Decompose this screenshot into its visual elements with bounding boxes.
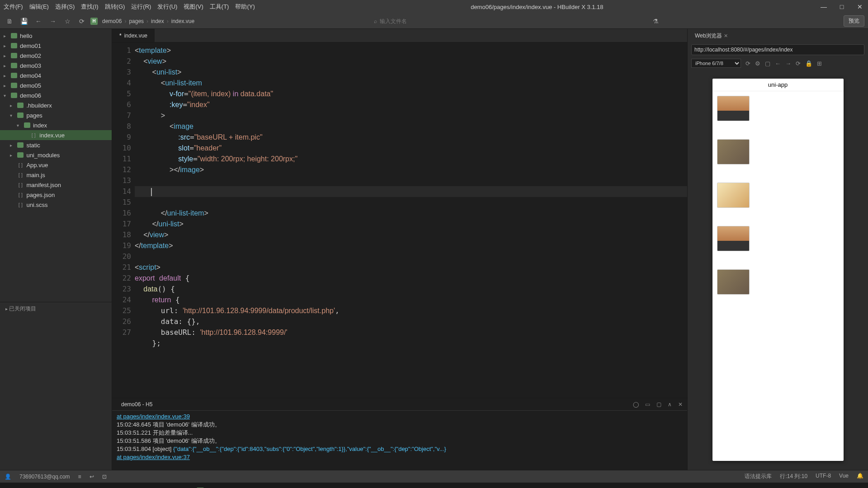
tree-folder[interactable]: ▾demo06 <box>0 90 112 100</box>
tree-folder[interactable]: ▸demo05 <box>0 80 112 90</box>
code-editor[interactable]: 1234567891011121314151617181920212223242… <box>112 42 687 398</box>
lock-icon[interactable]: 🔒 <box>805 60 812 67</box>
minimize-icon[interactable]: — <box>819 3 828 10</box>
vscode-icon[interactable]: ⋈ <box>54 484 71 488</box>
app-icon[interactable]: ▤ <box>140 484 157 488</box>
maximize-icon[interactable]: □ <box>837 3 846 10</box>
menu-find[interactable]: 查找(I) <box>81 3 98 11</box>
wrap-icon[interactable]: ↩ <box>90 474 94 480</box>
app-icon[interactable]: ⬛ <box>89 484 106 488</box>
product-image <box>717 96 750 121</box>
window-title: demo06/pages/index/index.vue - HBuilder … <box>255 4 819 10</box>
preview-button[interactable]: 预览 <box>844 15 864 27</box>
tree-folder[interactable]: ▸demo02 <box>0 51 112 61</box>
list-item[interactable] <box>717 269 839 295</box>
status-user[interactable]: 736907613@qq.com <box>19 474 70 480</box>
menu-run[interactable]: 运行(R) <box>131 3 151 11</box>
start-icon[interactable]: ⊞ <box>3 484 20 488</box>
forward-icon[interactable]: → <box>47 15 59 27</box>
tree-folder[interactable]: ▾index <box>0 120 112 130</box>
terminal-output[interactable]: at pages/index/index.vue:3915:02:48.645 … <box>112 411 687 470</box>
dirty-indicator: * <box>119 33 122 39</box>
app-icon[interactable]: W <box>175 484 192 488</box>
phone-body[interactable] <box>712 91 844 317</box>
list-item[interactable] <box>717 139 839 164</box>
url-input[interactable] <box>691 44 864 55</box>
list-item[interactable] <box>717 96 839 121</box>
tree-folder[interactable]: ▸demo01 <box>0 41 112 51</box>
collapse-icon[interactable]: ∧ <box>668 401 672 408</box>
reload-icon[interactable]: ⟳ <box>745 60 750 67</box>
screenshot-icon[interactable]: ▢ <box>765 60 770 67</box>
status-syntax[interactable]: 语法提示库 <box>745 473 772 480</box>
menu-file[interactable]: 文件(F) <box>4 3 23 11</box>
back-icon[interactable]: ← <box>33 15 44 27</box>
tree-file[interactable]: [ ]index.vue <box>0 130 112 140</box>
devtools-icon[interactable]: ⚙ <box>755 60 760 67</box>
menu-publish[interactable]: 发行(U) <box>157 3 177 11</box>
status-lang[interactable]: Vue <box>839 473 849 480</box>
tree-folder[interactable]: ▾pages <box>0 110 112 120</box>
tree-file[interactable]: [ ]manifest.json <box>0 180 112 190</box>
list-item[interactable] <box>717 226 839 251</box>
code-content[interactable]: <template> <view> <uni-list> <uni-list-i… <box>135 42 687 398</box>
product-image <box>717 139 750 164</box>
tree-folder[interactable]: ▸demo04 <box>0 70 112 80</box>
expand-icon[interactable]: ✕ <box>678 401 683 408</box>
list-item[interactable] <box>717 183 839 208</box>
editor-tab[interactable]: * index.vue <box>112 29 155 42</box>
firefox-icon[interactable]: 🦊 <box>123 484 140 488</box>
breadcrumb-item[interactable]: index.vue <box>171 18 194 24</box>
chrome-icon[interactable]: 🌐 <box>71 484 89 488</box>
nav-back-icon[interactable]: ← <box>775 60 781 67</box>
menu-edit[interactable]: 编辑(E) <box>29 3 49 11</box>
bookmark-icon[interactable]: ☆ <box>61 15 73 27</box>
menu-goto[interactable]: 跳转(G) <box>105 3 125 11</box>
search-input[interactable] <box>380 18 470 24</box>
notification-icon[interactable]: 🔔 <box>857 473 863 480</box>
tree-file[interactable]: [ ]uni.scss <box>0 200 112 210</box>
save-icon[interactable]: 💾 <box>18 15 30 27</box>
breadcrumb-item[interactable]: index <box>151 18 164 24</box>
tree-folder[interactable]: ▸.hbuilderx <box>0 100 112 110</box>
qr-icon[interactable]: ⊞ <box>817 60 822 67</box>
menu-help[interactable]: 帮助(Y) <box>235 3 255 11</box>
closed-projects[interactable]: ▸ 已关闭项目 <box>0 302 112 315</box>
tree-folder[interactable]: ▸uni_modules <box>0 150 112 160</box>
app-icon[interactable]: ▭ <box>37 484 54 488</box>
menu-tools[interactable]: 工具(T) <box>210 3 229 11</box>
nav-forward-icon[interactable]: → <box>785 60 791 67</box>
status-encoding[interactable]: UTF-8 <box>816 473 831 480</box>
menu-select[interactable]: 选择(S) <box>55 3 75 11</box>
search-icon[interactable]: ⌕ <box>374 18 377 24</box>
close-icon[interactable]: ✕ <box>855 3 864 10</box>
terminal-tab[interactable]: demo06 - H5 <box>117 399 157 409</box>
filter-icon[interactable]: ⚗ <box>650 15 661 27</box>
breadcrumb-item[interactable]: demo06 <box>102 18 122 24</box>
app-icon[interactable]: ▣ <box>106 484 123 488</box>
breadcrumb-item[interactable]: pages <box>129 18 144 24</box>
console-icon[interactable]: ⊡ <box>102 474 107 480</box>
tree-file[interactable]: [ ]main.js <box>0 170 112 180</box>
new-file-icon[interactable]: 🗎 <box>4 15 15 27</box>
clear-icon[interactable]: ▭ <box>645 401 650 408</box>
tree-file[interactable]: [ ]App.vue <box>0 160 112 170</box>
export-icon[interactable]: ▢ <box>656 401 661 408</box>
toolbar-search: ⌕ <box>374 18 470 24</box>
stop-icon[interactable]: ◯ <box>633 401 639 408</box>
preview-tab[interactable]: Web浏览器 ✕ <box>691 30 731 42</box>
refresh-icon[interactable]: ⟳ <box>76 15 88 27</box>
tree-folder[interactable]: ▸static <box>0 140 112 150</box>
explorer-icon[interactable]: 📁 <box>20 484 37 488</box>
hbuilder-taskbar-icon[interactable]: H <box>192 484 209 488</box>
user-icon[interactable]: 👤 <box>5 474 11 480</box>
tree-folder[interactable]: ▸demo03 <box>0 61 112 70</box>
close-tab-icon[interactable]: ✕ <box>724 33 728 39</box>
tree-file[interactable]: [ ]pages.json <box>0 190 112 200</box>
tree-folder[interactable]: ▸hello <box>0 31 112 41</box>
menu-view[interactable]: 视图(V) <box>184 3 203 11</box>
indent-icon[interactable]: ≡ <box>78 474 81 480</box>
app-icon[interactable]: ▥ <box>157 484 175 488</box>
nav-reload-icon[interactable]: ⟳ <box>796 60 801 67</box>
device-select[interactable]: iPhone 6/7/8 <box>691 59 741 68</box>
